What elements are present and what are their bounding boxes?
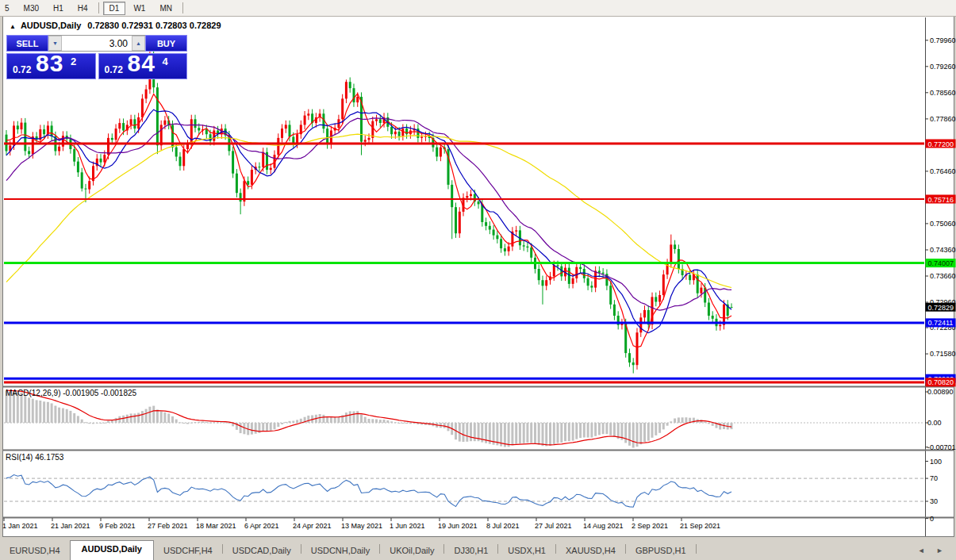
timeframe-m30-button[interactable]: M30 [17, 2, 45, 15]
timeframe-mn-button[interactable]: MN [153, 2, 179, 15]
rsi-indicator-label: RSI(14) 46.1753 [6, 453, 63, 462]
tab-usdcad-daily[interactable]: USDCAD,Daily [223, 543, 301, 560]
tab-dj30-h1[interactable]: DJ30,H1 [444, 543, 497, 560]
sell-button[interactable]: SELL [6, 35, 48, 52]
chart-tab-bar: EURUSD,H4 AUDUSD,Daily USDCHF,H4 USDCAD,… [0, 538, 956, 560]
buy-price-display[interactable]: 0.72 84 4 [98, 53, 188, 79]
toolbar-separator [182, 2, 183, 13]
timeframe-toolbar: 5 M30 H1 H4 D1 W1 MN [0, 0, 956, 17]
volume-input[interactable]: 3.00 [62, 36, 132, 51]
buy-price-big: 84 [128, 53, 155, 77]
chart-window [2, 16, 954, 537]
tab-gbpusd-h1[interactable]: GBPUSD,H1 [626, 543, 696, 560]
sell-price-big: 83 [36, 53, 63, 77]
tab-ukoil-daily[interactable]: UKOil,Daily [380, 543, 443, 560]
volume-decrease-button[interactable]: ▼ [48, 36, 62, 51]
buy-price-prefix: 0.72 [105, 64, 123, 75]
tab-eurusd-h4[interactable]: EURUSD,H4 [0, 543, 70, 560]
tab-usdx-h1[interactable]: USDX,H1 [498, 543, 555, 560]
volume-increase-button[interactable]: ▲ [132, 36, 145, 51]
one-click-trading-panel: SELL ▼ 3.00 ▲ BUY 0.72 83 2 0.72 84 4 [6, 35, 187, 79]
tab-separator [696, 544, 697, 554]
buy-button[interactable]: BUY [145, 35, 187, 52]
toolbar-separator [98, 2, 99, 13]
timeframe-w1-button[interactable]: W1 [127, 2, 152, 15]
tab-audusd-daily[interactable]: AUDUSD,Daily [70, 540, 154, 560]
chart-title: ▲AUDUSD,Daily0.72830 0.72931 0.72803 0.7… [10, 21, 221, 30]
tab-xauusd-h4[interactable]: XAUUSD,H4 [556, 543, 625, 560]
sell-price-sup: 2 [71, 56, 76, 67]
chart-symbol-label: AUDUSD,Daily [21, 21, 81, 30]
timeframe-d1-button[interactable]: D1 [103, 2, 126, 15]
mt4-terminal: 5 M30 H1 H4 D1 W1 MN 0.799600.792600.785… [0, 0, 956, 560]
tab-scroll-arrows[interactable]: ◄ ► [918, 547, 948, 554]
timeframe-h1-button[interactable]: H1 [47, 2, 70, 15]
sell-price-display[interactable]: 0.72 83 2 [6, 53, 96, 79]
tab-usdcnh-daily[interactable]: USDCNH,Daily [301, 543, 380, 560]
timeframe-h4-button[interactable]: H4 [71, 2, 94, 15]
macd-indicator-label: MACD(12,26,9) -0.001905 -0.001825 [6, 389, 136, 397]
volume-spinner: ▼ 3.00 ▲ [48, 35, 145, 52]
chart-ohlc-values: 0.72830 0.72931 0.72803 0.72829 [87, 21, 221, 30]
timeframe-m5-button[interactable]: 5 [0, 2, 16, 15]
tab-usdchf-h4[interactable]: USDCHF,H4 [154, 543, 222, 560]
sell-price-prefix: 0.72 [13, 64, 31, 75]
collapse-panel-icon[interactable]: ▲ [10, 23, 16, 30]
buy-price-sup: 4 [163, 56, 168, 67]
